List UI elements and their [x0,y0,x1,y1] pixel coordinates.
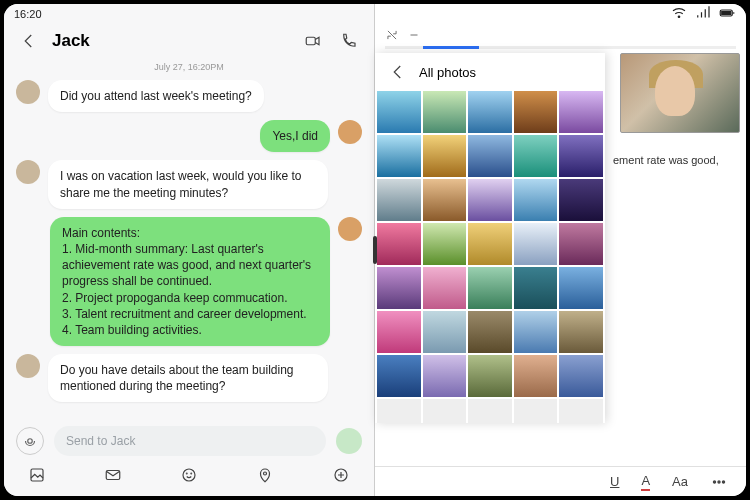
photo-thumb[interactable] [559,135,603,177]
photo-thumb[interactable] [468,399,512,423]
photo-thumb[interactable] [377,355,421,397]
photo-thumb[interactable] [514,223,558,265]
photo-thumb[interactable] [468,91,512,133]
photo-thumb[interactable] [468,267,512,309]
photo-thumb[interactable] [559,355,603,397]
photo-thumb[interactable] [514,91,558,133]
svg-point-7 [264,472,267,475]
message-bubble[interactable]: Do you have details about the team build… [48,354,328,402]
photo-thumb[interactable] [423,223,467,265]
photo-thumb[interactable] [377,311,421,353]
battery-icon [718,4,736,24]
photo-thumb[interactable] [377,179,421,221]
message-in: Do you have details about the team build… [16,354,362,402]
back-icon[interactable] [16,28,42,54]
photo-thumb[interactable] [423,267,467,309]
photo-thumb[interactable] [423,135,467,177]
photo-thumb[interactable] [514,135,558,177]
svg-rect-11 [722,12,731,15]
photo-thumb[interactable] [377,135,421,177]
emoji-icon[interactable] [176,462,202,488]
font-color-button[interactable]: A [641,473,650,491]
signal-icon [694,4,712,24]
add-icon[interactable] [328,462,354,488]
message-bubble[interactable]: Yes,I did [260,120,330,152]
fold-hinge [373,236,377,264]
voice-call-icon[interactable] [336,28,362,54]
svg-rect-3 [106,471,120,480]
window-controls [375,24,746,46]
more-format-icon[interactable] [710,473,728,491]
status-bar-left: 16:20 [4,4,374,24]
mail-icon[interactable] [100,462,126,488]
photo-thumb[interactable] [377,91,421,133]
window-expand-icon[interactable] [385,28,399,42]
photo-thumb[interactable] [559,91,603,133]
window-minimize-icon[interactable] [407,28,421,42]
photo-thumb[interactable] [514,355,558,397]
secondary-pane: ement rate was good, All photos [375,4,746,496]
svg-point-5 [186,473,187,474]
status-bar-right [375,4,746,24]
back-icon[interactable] [385,59,411,85]
message-out: Yes,I did [16,120,362,152]
font-size-button[interactable]: Aa [672,474,688,489]
send-button[interactable] [336,428,362,454]
photo-thumb[interactable] [559,179,603,221]
photo-thumb[interactable] [514,311,558,353]
svg-rect-0 [306,37,315,45]
photo-thumb[interactable] [468,179,512,221]
photo-thumb[interactable] [559,223,603,265]
avatar[interactable] [16,80,40,104]
tab-strip[interactable] [385,46,736,49]
photo-thumb[interactable] [559,267,603,309]
photo-thumb[interactable] [377,399,421,423]
avatar[interactable] [16,354,40,378]
message-input[interactable]: Send to Jack [54,426,326,456]
document-text-fragment: ement rate was good, [613,153,736,168]
photo-thumb[interactable] [423,311,467,353]
photo-thumb[interactable] [377,267,421,309]
message-in: Did you attend last week's meeting? [16,80,362,112]
photo-thumb[interactable] [559,311,603,353]
format-toolbar: U A Aa [375,466,746,496]
photo-thumb[interactable] [377,223,421,265]
photo-thumb[interactable] [514,399,558,423]
message-bubble[interactable]: Main contents: 1. Mid-month summary: Las… [50,217,330,346]
svg-rect-2 [31,469,43,481]
photo-thumb[interactable] [514,267,558,309]
photo-thumb[interactable] [468,223,512,265]
tab-active-indicator [423,46,479,49]
gallery-header: All photos [375,53,605,91]
photo-thumb[interactable] [423,179,467,221]
svg-point-1 [28,439,33,444]
message-out: Main contents: 1. Mid-month summary: Las… [16,217,362,346]
avatar[interactable] [338,217,362,241]
photo-thumb[interactable] [423,355,467,397]
document-area: ement rate was good, All photos [375,53,746,466]
voice-input-icon[interactable] [16,427,44,455]
photo-thumb[interactable] [468,311,512,353]
video-call-icon[interactable] [300,28,326,54]
message-list: July 27, 16:20PM Did you attend last wee… [4,58,374,420]
clock: 16:20 [14,8,42,20]
gallery-title: All photos [419,65,476,80]
message-bubble[interactable]: Did you attend last week's meeting? [48,80,264,112]
gallery-icon[interactable] [24,462,50,488]
svg-point-13 [718,480,720,482]
avatar[interactable] [16,160,40,184]
photo-thumb[interactable] [423,91,467,133]
photo-thumb[interactable] [468,135,512,177]
contact-name: Jack [52,31,290,51]
underline-button[interactable]: U [610,474,619,489]
message-bubble[interactable]: I was on vacation last week, would you l… [48,160,328,208]
attachment-toolbar [4,458,374,496]
photo-thumb[interactable] [423,399,467,423]
svg-point-4 [183,469,195,481]
video-pip[interactable] [620,53,740,133]
photo-thumb[interactable] [559,399,603,423]
photo-thumb[interactable] [468,355,512,397]
avatar[interactable] [338,120,362,144]
location-icon[interactable] [252,462,278,488]
photo-thumb[interactable] [514,179,558,221]
